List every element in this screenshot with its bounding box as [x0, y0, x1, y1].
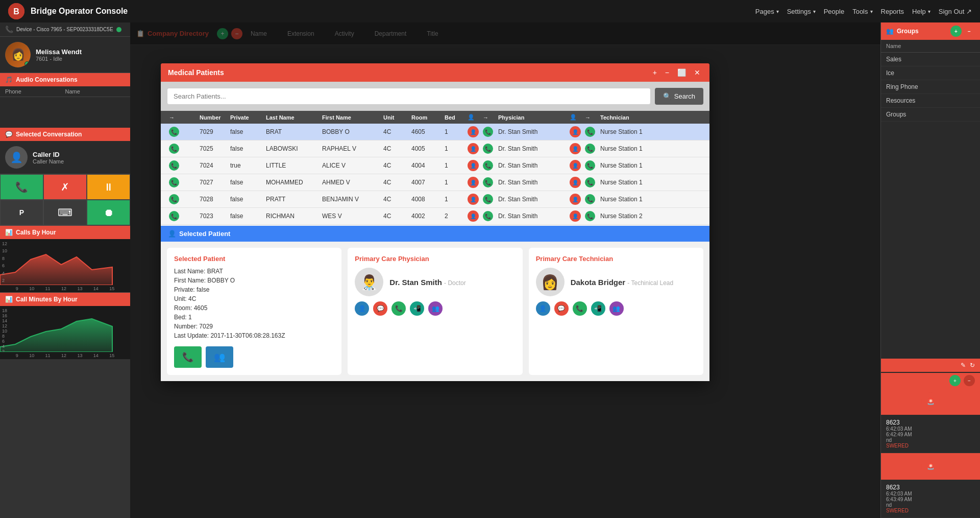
patient-row[interactable]: 📞 7024 true LITTLE ALICE V 4C 4004 1 👤 📞… — [161, 157, 709, 174]
row-technician: Nurse Station 1 — [597, 162, 664, 169]
patient-contact-button[interactable]: 👥 — [206, 346, 233, 368]
rs-call-time-4: 6:43:49 AM — [886, 497, 975, 502]
th-bed: Bed — [442, 114, 464, 121]
groups-item-resources[interactable]: Resources — [881, 94, 980, 108]
technician-card: Primary Care Technician 👩 Dakota Bridger… — [529, 248, 703, 375]
groups-item-ring-phone[interactable]: Ring Phone — [881, 80, 980, 94]
row-private: false — [227, 145, 263, 152]
nav-signout[interactable]: Sign Out ↗ — [939, 8, 972, 15]
technician-group-icon[interactable]: 👥 — [609, 301, 624, 316]
groups-title-label: Groups — [897, 28, 919, 35]
physician-card: Primary Care Physician 👨‍⚕️ Dr. Stan Smi… — [348, 248, 522, 375]
groups-add-button[interactable]: + — [950, 26, 962, 37]
search-input[interactable] — [167, 88, 651, 105]
call-btn[interactable]: 📞 — [169, 211, 179, 221]
row-person-icon: 👤 — [464, 194, 480, 205]
modal-minimize-button[interactable]: − — [663, 68, 671, 77]
modal-body: 🔍 Search → Number Private Last Name Firs… — [161, 82, 709, 381]
app-logo: B — [8, 3, 24, 19]
call-btn[interactable]: 📞 — [169, 127, 179, 137]
audio-conv-columns: Phone Name — [0, 86, 130, 97]
technician-call-icon[interactable]: 📞 — [573, 301, 587, 316]
hangup-button[interactable]: ✗ — [43, 174, 87, 200]
groups-controls: + − — [950, 26, 975, 37]
row-tech-call-icon: 📞 — [582, 211, 597, 221]
groups-title-area: 👥 Groups — [886, 28, 919, 35]
patient-row[interactable]: 📞 7025 false LABOWSKI RAPHAEL V 4C 4005 … — [161, 140, 709, 157]
patient-row[interactable]: 📞 7028 false PRATT BENJAMIN V 4C 4008 1 … — [161, 191, 709, 208]
groups-item-groups[interactable]: Groups — [881, 108, 980, 122]
calls-by-hour-title: 📊 Calls By Hour — [0, 226, 130, 239]
patient-row[interactable]: 📞 7027 false MOHAMMED AHMED V 4C 4007 1 … — [161, 174, 709, 191]
nav-pages[interactable]: Pages ▾ — [755, 8, 779, 15]
row-call-icon[interactable]: 📞 — [166, 211, 197, 221]
call-btn[interactable]: 📞 — [169, 194, 179, 204]
row-person-icon: 👤 — [464, 160, 480, 171]
patient-row[interactable]: 📞 7023 false RICHMAN WES V 4C 4002 2 👤 📞… — [161, 208, 709, 225]
physician-transfer-icon[interactable]: 📲 — [410, 301, 424, 316]
call-btn[interactable]: 📞 — [169, 144, 179, 154]
physician-text: Dr. Stan Smith - Doctor — [389, 278, 465, 287]
patient-call-button[interactable]: 📞 — [174, 346, 202, 368]
rs-edit-icon[interactable]: ✎ — [961, 362, 966, 369]
modal-close-button[interactable]: ✕ — [692, 68, 702, 77]
groups-item-sales[interactable]: Sales — [881, 53, 980, 66]
patient-row[interactable]: 📞 7029 false BRAT BOBBY O 4C 4605 1 👤 📞 … — [161, 124, 709, 140]
device-label: Device - Cisco 7965 - SEP00233318DC5E — [16, 27, 113, 32]
record-button[interactable]: ⏺ — [87, 200, 130, 225]
nav-people[interactable]: People — [824, 8, 844, 15]
nav-left: B Bridge Operator Console — [8, 3, 128, 19]
row-call-icon[interactable]: 📞 — [166, 177, 197, 187]
rs-call-number-1: 8623 — [886, 419, 975, 426]
modal-maximize-button[interactable]: ⬜ — [675, 68, 688, 77]
row-number: 7027 — [197, 179, 227, 186]
technician-transfer-icon[interactable]: 📲 — [591, 301, 605, 316]
row-technician: Nurse Station 1 — [597, 145, 664, 152]
row-call-icon[interactable]: 📞 — [166, 127, 197, 137]
row-arrow-icon: 📞 — [480, 144, 495, 154]
answer-button[interactable]: 📞 — [0, 174, 43, 200]
row-person-icon: 👤 — [464, 177, 480, 188]
rs-refresh-icon[interactable]: ↻ — [970, 362, 975, 369]
physician-call-icon[interactable]: 📞 — [391, 301, 406, 316]
park-button[interactable]: P — [0, 200, 43, 225]
nav-tools[interactable]: Tools ▾ — [852, 8, 872, 15]
call-btn[interactable]: 📞 — [169, 177, 179, 187]
user-status-dot — [24, 61, 30, 66]
nav-settings[interactable]: Settings ▾ — [787, 8, 816, 15]
row-firstname: BENJAMIN V — [319, 196, 380, 203]
nav-help[interactable]: Help ▾ — [912, 8, 930, 15]
technician-profile-icon[interactable]: 👤 — [536, 301, 550, 316]
groups-item-ice[interactable]: Ice — [881, 66, 980, 80]
row-arrow-icon: 📞 — [480, 127, 495, 137]
row-person-icon: 👤 — [464, 126, 480, 137]
technician-message-icon[interactable]: 💬 — [554, 301, 569, 316]
calls-by-hour-label: Calls By Hour — [16, 229, 56, 236]
physician-group-icon[interactable]: 👥 — [428, 301, 443, 316]
modal-plus-button[interactable]: + — [651, 68, 659, 77]
row-call-icon[interactable]: 📞 — [166, 160, 197, 171]
patient-lastname: Last Name: BRAT — [174, 268, 334, 275]
call-btn[interactable]: 📞 — [169, 160, 179, 171]
dialpad-button[interactable]: ⌨ — [43, 200, 87, 225]
rs-minus-button[interactable]: − — [964, 375, 975, 386]
hold-button[interactable]: ⏸ — [87, 174, 130, 200]
search-button[interactable]: 🔍 Search — [655, 88, 703, 105]
nav-reports[interactable]: Reports — [881, 8, 904, 15]
phone-col-header: Phone — [5, 88, 65, 95]
technician-action-icons: 👤 💬 📞 📲 👥 — [536, 301, 696, 316]
physician-message-icon[interactable]: 💬 — [373, 301, 387, 316]
physician-profile-icon[interactable]: 👤 — [355, 301, 369, 316]
technician-role: - Techinical Lead — [627, 279, 673, 287]
row-bed: 1 — [442, 179, 464, 186]
rs-call-time-3: 6:42:03 AM — [886, 491, 975, 497]
rs-add-button[interactable]: + — [949, 375, 961, 386]
rs-avatar-2: 🚨 — [921, 457, 940, 476]
patient-action-buttons: 📞 👥 — [174, 346, 334, 368]
row-lastname: BRAT — [263, 128, 319, 135]
row-physician: Dr. Stan Smith — [495, 145, 567, 152]
row-call-icon[interactable]: 📞 — [166, 194, 197, 204]
row-call-icon[interactable]: 📞 — [166, 144, 197, 154]
right-sidebar: 👥 Groups + − Name Sales Ice Ring Phone R… — [880, 22, 980, 518]
groups-remove-button[interactable]: − — [964, 26, 975, 37]
